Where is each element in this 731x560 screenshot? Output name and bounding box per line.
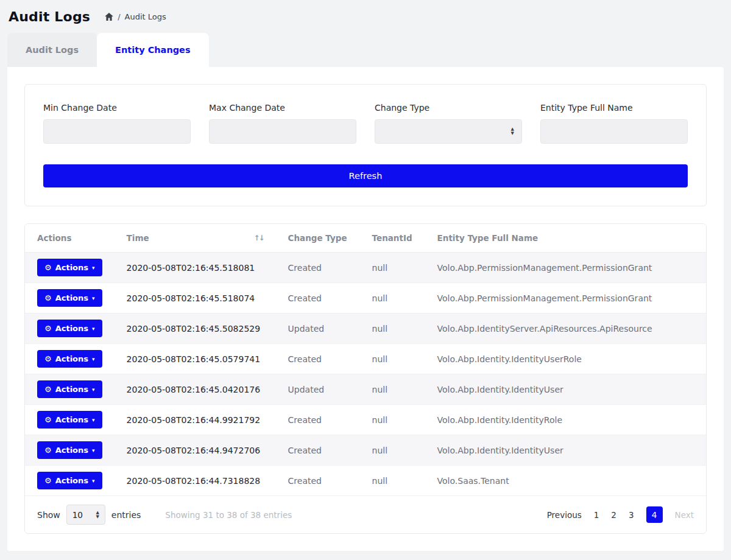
row-actions-button[interactable]: ⚙Actions▾	[37, 350, 102, 368]
cell-time: 2020-05-08T02:16:45.518074	[115, 283, 276, 313]
cell-tenant-id: null	[360, 283, 425, 313]
table-row: ⚙Actions▾ 2020-05-08T02:16:45.0579741 Cr…	[25, 344, 706, 374]
entity-type-input[interactable]	[540, 119, 688, 144]
cell-time: 2020-05-08T02:16:44.7318828	[115, 466, 276, 496]
page-title: Audit Logs	[9, 9, 90, 24]
select-arrows-icon: ▲ ▼	[511, 127, 514, 136]
gear-icon: ⚙	[44, 354, 52, 363]
pagination: Previous 1 2 3 4 Next	[547, 506, 694, 523]
caret-down-icon: ▾	[92, 417, 95, 423]
page-size-select[interactable]: 10 ▲ ▼	[66, 505, 105, 525]
filter-card: Min Change Date Max Change Date Change T…	[24, 84, 707, 206]
column-header-change-type: Change Type	[276, 224, 360, 253]
max-change-date-input[interactable]	[209, 119, 356, 144]
pagination-page-3[interactable]: 3	[629, 510, 634, 520]
tab-bar: Audit Logs Entity Changes	[7, 33, 724, 67]
change-type-select[interactable]: ▲ ▼	[375, 119, 522, 144]
cell-entity-type: Volo.Abp.Identity.IdentityUser	[425, 374, 706, 405]
cell-tenant-id: null	[360, 374, 425, 405]
cell-change-type: Created	[276, 283, 360, 313]
column-header-entity-type: Entity Type Full Name	[425, 224, 706, 253]
filter-field-entity-type: Entity Type Full Name	[540, 103, 688, 144]
min-change-date-input[interactable]	[43, 119, 191, 144]
cell-entity-type: Volo.Abp.Identity.IdentityRole	[425, 405, 706, 435]
gear-icon: ⚙	[44, 324, 52, 333]
cell-entity-type: Volo.Abp.Identity.IdentityUserRole	[425, 344, 706, 374]
change-type-label: Change Type	[375, 103, 522, 113]
cell-change-type: Updated	[276, 374, 360, 405]
sort-icon[interactable]: ↑↓	[253, 234, 263, 242]
cell-change-type: Created	[276, 466, 360, 496]
max-change-date-label: Max Change Date	[209, 103, 356, 113]
row-actions-button[interactable]: ⚙Actions▾	[37, 320, 102, 337]
row-actions-button[interactable]: ⚙Actions▾	[37, 441, 102, 459]
cell-tenant-id: null	[360, 313, 425, 344]
cell-tenant-id: null	[360, 344, 425, 374]
cell-change-type: Created	[276, 405, 360, 435]
pagination-page-1[interactable]: 1	[594, 510, 599, 520]
table-row: ⚙Actions▾ 2020-05-08T02:16:44.9921792 Cr…	[25, 405, 706, 435]
cell-time: 2020-05-08T02:16:45.0579741	[115, 344, 276, 374]
pagination-page-2[interactable]: 2	[611, 510, 616, 520]
page-header: Audit Logs / Audit Logs	[0, 0, 731, 29]
breadcrumb-separator: /	[118, 12, 120, 21]
cell-change-type: Created	[276, 253, 360, 283]
cell-tenant-id: null	[360, 405, 425, 435]
table-row: ⚙Actions▾ 2020-05-08T02:16:45.0420176 Up…	[25, 374, 706, 405]
gear-icon: ⚙	[44, 293, 52, 303]
tab-entity-changes[interactable]: Entity Changes	[97, 33, 208, 67]
gear-icon: ⚙	[44, 385, 52, 394]
column-header-actions: Actions	[25, 224, 115, 253]
table-row: ⚙Actions▾ 2020-05-08T02:16:44.9472706 Cr…	[25, 435, 706, 466]
cell-entity-type: Volo.Abp.PermissionManagement.Permission…	[425, 283, 706, 313]
caret-down-icon: ▾	[92, 265, 95, 271]
gear-icon: ⚙	[44, 263, 52, 272]
table-row: ⚙Actions▾ 2020-05-08T02:16:45.518081 Cre…	[25, 253, 706, 283]
filter-field-change-type: Change Type ▲ ▼	[375, 103, 522, 144]
cell-entity-type: Volo.Abp.IdentityServer.ApiResources.Api…	[425, 313, 706, 344]
home-icon[interactable]	[105, 13, 113, 21]
column-header-time: Time ↑↓	[115, 224, 276, 253]
caret-down-icon: ▾	[92, 447, 95, 453]
caret-down-icon: ▾	[92, 326, 95, 332]
cell-tenant-id: null	[360, 435, 425, 466]
breadcrumb: / Audit Logs	[105, 12, 166, 21]
breadcrumb-current: Audit Logs	[125, 12, 166, 21]
row-actions-button[interactable]: ⚙Actions▾	[37, 472, 102, 489]
table-row: ⚙Actions▾ 2020-05-08T02:16:45.5082529 Up…	[25, 313, 706, 344]
cell-tenant-id: null	[360, 466, 425, 496]
row-actions-button[interactable]: ⚙Actions▾	[37, 380, 102, 398]
caret-down-icon: ▾	[92, 478, 95, 484]
cell-time: 2020-05-08T02:16:44.9921792	[115, 405, 276, 435]
cell-entity-type: Volo.Saas.Tenant	[425, 466, 706, 496]
table-row: ⚙Actions▾ 2020-05-08T02:16:45.518074 Cre…	[25, 283, 706, 313]
entity-changes-panel: Min Change Date Max Change Date Change T…	[7, 67, 724, 551]
showing-entries-text: Showing 31 to 38 of 38 entries	[165, 510, 292, 520]
filter-field-min-change-date: Min Change Date	[43, 103, 191, 144]
show-label: Show	[37, 510, 60, 520]
cell-time: 2020-05-08T02:16:45.5082529	[115, 313, 276, 344]
cell-tenant-id: null	[360, 253, 425, 283]
filter-field-max-change-date: Max Change Date	[209, 103, 356, 144]
gear-icon: ⚙	[44, 476, 52, 485]
refresh-button[interactable]: Refresh	[43, 164, 688, 187]
row-actions-button[interactable]: ⚙Actions▾	[37, 289, 102, 307]
cell-time: 2020-05-08T02:16:45.518081	[115, 253, 276, 283]
caret-down-icon: ▾	[92, 387, 95, 393]
pagination-previous[interactable]: Previous	[547, 510, 582, 520]
select-arrows-icon: ▲ ▼	[96, 511, 99, 519]
row-actions-button[interactable]: ⚙Actions▾	[37, 411, 102, 429]
cell-entity-type: Volo.Abp.PermissionManagement.Permission…	[425, 253, 706, 283]
cell-time: 2020-05-08T02:16:44.9472706	[115, 435, 276, 466]
tab-audit-logs[interactable]: Audit Logs	[7, 33, 97, 67]
cell-time: 2020-05-08T02:16:45.0420176	[115, 374, 276, 405]
cell-entity-type: Volo.Abp.Identity.IdentityUser	[425, 435, 706, 466]
pagination-next[interactable]: Next	[675, 510, 694, 520]
min-change-date-label: Min Change Date	[43, 103, 191, 113]
cell-change-type: Updated	[276, 313, 360, 344]
entity-changes-table: Actions Time ↑↓ Change Type TenantId Ent…	[24, 223, 707, 534]
cell-change-type: Created	[276, 344, 360, 374]
table-footer: Show 10 ▲ ▼ entries Showing 31 to 38 of …	[25, 496, 706, 533]
pagination-page-4-active[interactable]: 4	[646, 506, 663, 523]
row-actions-button[interactable]: ⚙Actions▾	[37, 259, 102, 276]
